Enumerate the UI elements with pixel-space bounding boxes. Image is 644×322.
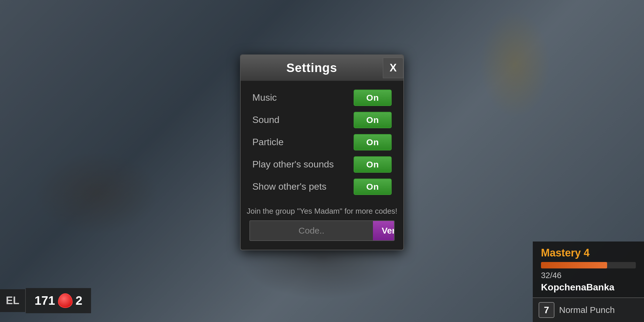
toggle-show-others-pets[interactable]: On: [354, 179, 392, 195]
code-section: Verify: [249, 220, 395, 241]
settings-title-area: Settings: [241, 55, 383, 81]
join-group-text: Join the group "Yes Madam" for more code…: [241, 201, 403, 220]
settings-body: Music On Sound On Particle On Play other…: [241, 81, 403, 201]
modal-backdrop: Settings X Music On Sound On Particle On…: [0, 0, 644, 322]
setting-label-play-others-sounds: Play other's sounds: [252, 159, 334, 170]
toggle-particle[interactable]: On: [354, 134, 392, 150]
setting-row-sound: Sound On: [252, 109, 392, 131]
setting-label-sound: Sound: [252, 114, 280, 125]
close-button[interactable]: X: [383, 58, 403, 78]
settings-title: Settings: [286, 61, 337, 75]
settings-modal: Settings X Music On Sound On Particle On…: [240, 54, 404, 250]
toggle-play-others-sounds[interactable]: On: [354, 156, 392, 173]
setting-label-music: Music: [252, 92, 277, 103]
setting-row-music: Music On: [252, 87, 392, 109]
code-input[interactable]: [250, 221, 373, 240]
settings-header: Settings X: [241, 55, 403, 81]
setting-row-show-others-pets: Show other's pets On: [252, 176, 392, 198]
verify-button[interactable]: Verify: [373, 221, 395, 240]
setting-label-particle: Particle: [252, 137, 284, 148]
setting-row-play-others-sounds: Play other's sounds On: [252, 153, 392, 176]
setting-row-particle: Particle On: [252, 131, 392, 153]
setting-label-show-others-pets: Show other's pets: [252, 181, 326, 192]
toggle-sound[interactable]: On: [354, 112, 392, 128]
toggle-music[interactable]: On: [354, 90, 392, 106]
